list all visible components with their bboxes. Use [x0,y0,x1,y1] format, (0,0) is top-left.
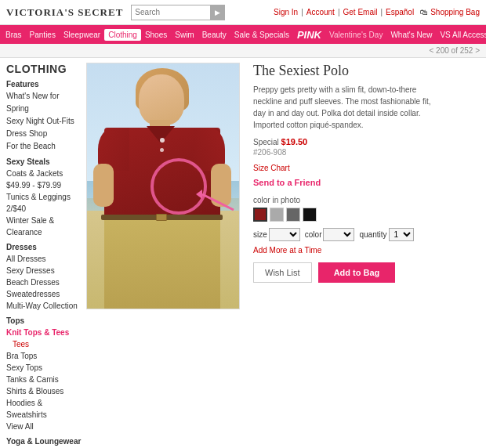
quantity-selector-group: quantity 1 [359,228,413,241]
cart[interactable]: 🛍 Shopping Bag [420,8,480,16]
color-dropdown[interactable] [323,228,354,241]
color-section: color in photo [253,196,480,222]
product-sku: #206-908 [253,148,480,157]
size-label: size [253,230,267,239]
search-bar: ▶ [131,5,225,20]
sidebar-section-title-yoga: Yoga & Loungewear [6,437,83,446]
sidebar-link[interactable]: What's New for Spring [6,90,83,115]
sidebar-link[interactable]: Sexy Dresses [6,265,83,276]
sidebar-link-knit-tops[interactable]: Knit Tops & Tees [6,327,83,338]
price-value: $19.50 [281,137,308,146]
sidebar-section-sexy-steals: Sexy Steals Coats & Jackets $49.99 - $79… [6,157,83,238]
nav-beauty[interactable]: Beauty [198,31,230,39]
product-description: Preppy gets pretty with a slim fit, down… [253,84,441,131]
sidebar-link-hoodies[interactable]: Hoodies & Sweatshirts [6,397,83,421]
nav-panties[interactable]: Panties [26,31,60,39]
svg-line-1 [202,194,234,210]
arrow-annotation [149,157,243,235]
sidebar-link[interactable]: Beach Dresses [6,276,83,288]
main-nav: Bras Panties Sleepwear Clothing Shoes Sw… [0,25,486,44]
sidebar-link[interactable]: Sweatedresses [6,288,83,300]
header: VICTORIA'S SECRET ▶ Sign In | Account | … [0,0,486,25]
sidebar-link[interactable]: Coats & Jackets $49.99 - $79.99 [6,168,83,191]
product-price: Special $19.50 [253,137,480,146]
logo: VICTORIA'S SECRET [6,6,123,19]
svg-marker-2 [196,190,202,199]
sidebar-link[interactable]: Tunics & Leggings 2/$40 [6,191,83,215]
product-links: Size Chart Send to a Friend [253,161,480,191]
sidebar-section-title-dresses: Dresses [6,243,83,251]
nav-vs-all-access[interactable]: VS All Access [436,31,486,39]
nav-swim[interactable]: Swim [171,31,198,39]
nav-shoes[interactable]: Shoes [141,31,171,39]
nav-clothing[interactable]: Clothing [104,29,141,41]
account-link[interactable]: Account [306,8,335,16]
cart-label: Shopping Bag [430,8,480,16]
color-selector-group: color [305,228,355,241]
cart-icon: 🛍 [420,8,428,16]
nav-sale[interactable]: Sale & Specials [230,31,293,39]
nav-valentines[interactable]: Valentine's Day [325,31,386,39]
nav-bras[interactable]: Bras [2,31,26,39]
sidebar-section-dresses: Dresses All Dresses Sexy Dresses Beach D… [6,243,83,312]
sidebar-link[interactable]: For the Beach [6,140,83,153]
search-button[interactable]: ▶ [210,5,224,20]
color-selector-label: color [305,230,322,239]
sidebar-link-view-all[interactable]: View All [6,421,83,432]
product-details: The Sexiest Polo Preppy gets pretty with… [247,63,486,448]
swatch-black[interactable] [303,208,317,222]
swatch-gray[interactable] [270,208,284,222]
sub-header: < 200 of 252 > [0,44,486,58]
espanol-link[interactable]: Español [386,8,414,16]
nav-sleepwear[interactable]: Sleepwear [60,31,104,39]
swatch-red[interactable] [253,208,267,222]
sidebar-link-tanks[interactable]: Tanks & Camis [6,374,83,385]
sidebar-link-shirts[interactable]: Shirts & Blouses [6,385,83,397]
sidebar-link[interactable]: Winter Sale & Clearance [6,215,83,238]
email-link[interactable]: Get Email [343,8,378,16]
sidebar-section-yoga: Yoga & Loungewear All Yoga & Loungewear … [6,437,83,448]
sidebar-section-features: Features What's New for Spring Sexy Nigh… [6,80,83,153]
wish-list-button[interactable]: Wish List [253,262,312,283]
sidebar-link[interactable]: Dress Shop [6,128,83,140]
add-to-bag-button[interactable]: Add to Bag [318,262,396,283]
signin-link[interactable]: Sign In [274,8,298,16]
search-input[interactable] [132,8,210,16]
price-special-label: Special [253,138,281,146]
action-buttons: Wish List Add to Bag [253,262,480,283]
sidebar-sublink-tees[interactable]: Tees [6,338,83,350]
sidebar-section-title-features: Features [6,80,83,89]
nav-pink[interactable]: PINK [293,29,325,41]
sidebar-link[interactable]: Sexy Night Out-Fits [6,115,83,128]
main-layout: CLOTHING Features What's New for Spring … [0,58,486,448]
swatch-dark-gray[interactable] [286,208,300,222]
sidebar-section-tops: Tops Knit Tops & Tees Tees Bra Tops Sexy… [6,316,83,432]
sidebar-section-title-tops: Tops [6,316,83,325]
nav-whats-new[interactable]: What's New [386,31,436,39]
add-more-link[interactable]: Add More at a Time [253,246,480,255]
quantity-label: quantity [359,230,386,239]
quantity-dropdown[interactable]: 1 [389,228,414,241]
product-title: The Sexiest Polo [253,63,480,79]
sidebar-title: CLOTHING [6,63,83,75]
color-label: color in photo [253,196,480,204]
size-dropdown[interactable] [269,228,300,241]
sidebar-section-title-sexy-steals: Sexy Steals [6,157,83,166]
send-friend-link[interactable]: Send to a Friend [253,175,480,191]
breadcrumb: < 200 of 252 > [429,46,480,55]
color-swatches [253,208,480,222]
size-chart-link[interactable]: Size Chart [253,161,480,175]
product-image-container [86,63,247,448]
sidebar-link-bra-tops[interactable]: Bra Tops [6,350,83,362]
selectors-row: size color quantity 1 [253,228,480,241]
sidebar-link[interactable]: All Dresses [6,253,83,265]
sidebar-link-sexy-tops[interactable]: Sexy Tops [6,362,83,374]
sidebar: CLOTHING Features What's New for Spring … [0,63,86,448]
sidebar-link[interactable]: Multi-Way Collection [6,300,83,312]
size-selector-group: size [253,228,300,241]
svg-point-0 [152,160,205,213]
header-links: Sign In | Account | Get Email | Español [274,8,414,16]
